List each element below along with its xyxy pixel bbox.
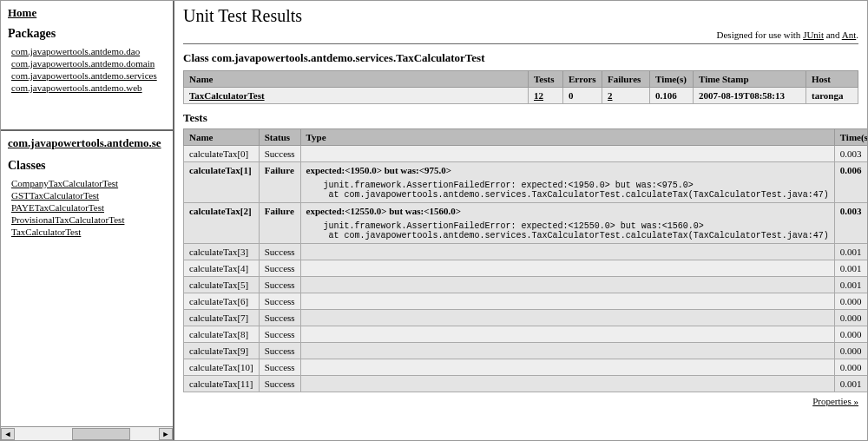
test-time: 0.000 [834,343,867,359]
test-type [300,146,834,162]
test-name: calculateTax[9] [184,343,260,359]
test-type [300,244,834,260]
tcol-status: Status [259,129,300,146]
test-status: Failure [259,162,300,203]
package-link[interactable]: com.javapowertools.antdemo.web [11,82,166,93]
test-row: calculateTax[6]Success0.000 [184,293,868,310]
scroll-track[interactable] [15,428,159,440]
designed-for: Designed for use with JUnit and Ant. [183,30,858,40]
properties-link[interactable]: Properties » [812,396,858,406]
test-time: 0.001 [834,277,867,293]
test-type [300,293,834,310]
test-name: calculateTax[10] [184,359,260,376]
test-name: calculateTax[8] [184,326,260,343]
test-status: Success [259,277,300,293]
test-type: expected:<12550.0> but was:<1560.0>junit… [300,203,834,244]
summary-time: 0.106 [650,88,694,104]
junit-link[interactable]: JUnit [803,30,824,40]
test-name: calculateTax[2] [184,203,260,244]
test-type [300,260,834,277]
summary-failures-link[interactable]: 2 [608,90,613,101]
test-row: calculateTax[3]Success0.001 [184,244,868,260]
class-link[interactable]: CompanyTaxCalculatorTest [11,178,166,188]
main-frame: Unit Test Results Designed for use with … [174,1,867,440]
scroll-thumb[interactable] [72,428,129,440]
class-link[interactable]: PAYETaxCalculatorTest [11,202,166,213]
package-link[interactable]: com.javapowertools.antdemo.services [11,70,166,81]
test-time: 0.001 [834,244,867,260]
class-link[interactable]: GSTTaxCalculatorTest [11,190,166,201]
col-host: Host [806,71,858,88]
packages-list: com.javapowertools.antdemo.daocom.javapo… [8,46,166,93]
summary-table: Name Tests Errors Failures Time(s) Time … [183,70,858,104]
class-link[interactable]: ProvisionalTaxCalculatorTest [11,214,166,225]
col-timestamp: Time Stamp [694,71,806,88]
test-time: 0.000 [834,293,867,310]
test-row: calculateTax[1]Failureexpected:<1950.0> … [184,162,868,203]
summary-host: taronga [806,88,858,104]
test-type [300,376,834,392]
scroll-right-arrow[interactable]: ► [159,428,173,440]
test-type [300,359,834,376]
test-time: 0.000 [834,326,867,343]
home-link[interactable]: Home [8,6,36,19]
packages-heading: Packages [8,27,166,41]
test-name: calculateTax[5] [184,277,260,293]
test-row: calculateTax[9]Success0.000 [184,343,868,359]
app-container: Home Packages com.javapowertools.antdemo… [0,0,868,441]
horizontal-scrollbar[interactable]: ◄ ► [1,426,173,440]
test-status: Success [259,343,300,359]
classes-list: CompanyTaxCalculatorTestGSTTaxCalculator… [8,178,166,237]
col-errors: Errors [563,71,602,88]
test-time: 0.001 [834,376,867,392]
test-status: Success [259,260,300,277]
package-link[interactable]: com.javapowertools.antdemo.dao [11,46,166,56]
test-row: calculateTax[0]Success0.003 [184,146,868,162]
test-status: Success [259,326,300,343]
packages-frame: Home Packages com.javapowertools.antdemo… [1,1,173,131]
test-name: calculateTax[3] [184,244,260,260]
test-type: expected:<1950.0> but was:<975.0>junit.f… [300,162,834,203]
ant-link[interactable]: Ant [842,30,857,40]
test-type [300,310,834,326]
col-failures: Failures [602,71,650,88]
test-time: 0.000 [834,359,867,376]
test-type [300,277,834,293]
test-type [300,326,834,343]
test-time: 0.003 [834,146,867,162]
test-name: calculateTax[0] [184,146,260,162]
package-link[interactable]: com.javapowertools.antdemo.domain [11,58,166,69]
test-time: 0.001 [834,260,867,277]
tests-table: Name Status Type Time(s) calculateTax[0]… [183,128,867,392]
tests-heading: Tests [183,111,858,125]
test-row: calculateTax[2]Failureexpected:<12550.0>… [184,203,868,244]
summary-timestamp: 2007-08-19T08:58:13 [694,88,806,104]
tcol-name: Name [184,129,260,146]
test-status: Failure [259,203,300,244]
class-link[interactable]: TaxCalculatorTest [11,227,166,237]
test-row: calculateTax[4]Success0.001 [184,260,868,277]
test-status: Success [259,146,300,162]
summary-name-link[interactable]: TaxCalculatorTest [189,90,265,101]
col-time: Time(s) [650,71,694,88]
scroll-left-arrow[interactable]: ◄ [1,428,15,440]
classes-heading: Classes [8,159,166,173]
tcol-time: Time(s) [834,129,867,146]
test-row: calculateTax[10]Success0.000 [184,359,868,376]
test-name: calculateTax[1] [184,162,260,203]
col-name: Name [184,71,529,88]
left-pane: Home Packages com.javapowertools.antdemo… [1,1,174,440]
test-row: calculateTax[8]Success0.000 [184,326,868,343]
tcol-type: Type [300,129,834,146]
test-time: 0.003 [834,203,867,244]
summary-tests-link[interactable]: 12 [534,90,543,101]
test-row: calculateTax[7]Success0.000 [184,310,868,326]
test-name: calculateTax[6] [184,293,260,310]
current-package-link[interactable]: com.javapowertools.antdemo.se [8,136,161,149]
test-name: calculateTax[4] [184,260,260,277]
summary-errors: 0 [563,88,602,104]
test-type [300,343,834,359]
designed-prefix: Designed for use with [717,30,804,40]
classes-frame: com.javapowertools.antdemo.se Classes Co… [1,131,173,426]
test-name: calculateTax[7] [184,310,260,326]
